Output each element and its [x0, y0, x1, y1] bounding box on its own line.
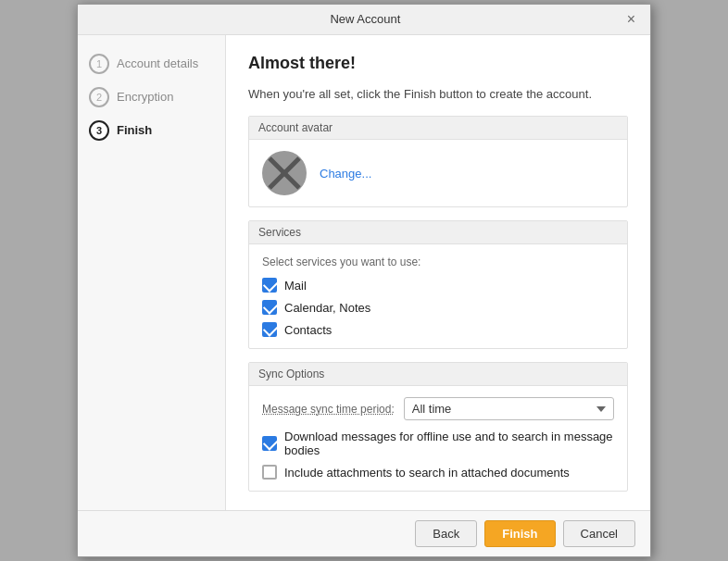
- sidebar-label-account-details: Account details: [117, 56, 198, 70]
- service-calendar-checkbox[interactable]: [262, 300, 277, 315]
- service-contacts-row: Contacts: [262, 322, 614, 337]
- avatar-icon-svg: [266, 155, 303, 192]
- download-messages-checkbox[interactable]: [262, 436, 277, 451]
- service-mail-checkbox[interactable]: [262, 278, 277, 293]
- services-section-body: Select services you want to use: Mail Ca…: [249, 244, 627, 348]
- download-messages-label: Download messages for offline use and to…: [284, 430, 614, 457]
- step-circle-1: 1: [89, 54, 109, 74]
- avatar: [262, 151, 307, 195]
- sidebar: 1 Account details 2 Encryption 3 Finish: [78, 35, 226, 510]
- service-calendar-row: Calendar, Notes: [262, 300, 614, 315]
- service-mail-row: Mail: [262, 278, 614, 293]
- main-content: Almost there! When you're all set, click…: [226, 35, 650, 510]
- avatar-section: Account avatar Change...: [248, 116, 628, 207]
- change-avatar-link[interactable]: Change...: [320, 167, 371, 181]
- cancel-button[interactable]: Cancel: [563, 520, 635, 547]
- main-subtitle: When you're all set, click the Finish bu…: [248, 86, 628, 103]
- sync-period-row: Message sync time period: All time 1 mon…: [262, 397, 614, 420]
- service-contacts-checkbox[interactable]: [262, 322, 277, 337]
- download-messages-row: Download messages for offline use and to…: [262, 430, 614, 457]
- back-button[interactable]: Back: [415, 520, 477, 547]
- sync-period-select[interactable]: All time 1 month 3 months 6 months 1 yea…: [404, 397, 614, 420]
- sidebar-item-encryption: 2 Encryption: [89, 87, 214, 107]
- service-contacts-label: Contacts: [284, 323, 332, 337]
- close-button[interactable]: ×: [623, 12, 639, 27]
- services-subtitle: Select services you want to use:: [262, 256, 614, 268]
- service-mail-label: Mail: [284, 279, 307, 293]
- include-attachments-row: Include attachments to search in attache…: [262, 465, 614, 480]
- step-circle-2: 2: [89, 87, 109, 107]
- sidebar-label-encryption: Encryption: [117, 90, 173, 104]
- service-calendar-label: Calendar, Notes: [284, 301, 370, 315]
- step-circle-3: 3: [89, 120, 109, 141]
- services-section: Services Select services you want to use…: [248, 220, 628, 349]
- sync-section: Sync Options Message sync time period: A…: [248, 362, 628, 492]
- sync-section-header: Sync Options: [249, 363, 627, 386]
- sidebar-item-finish: 3 Finish: [89, 120, 214, 141]
- include-attachments-label: Include attachments to search in attache…: [284, 466, 570, 480]
- avatar-row: Change...: [262, 151, 614, 195]
- include-attachments-checkbox[interactable]: [262, 465, 277, 480]
- new-account-dialog: New Account × 1 Account details 2 Encryp…: [77, 4, 651, 557]
- sidebar-item-account-details: 1 Account details: [89, 54, 214, 74]
- dialog-body: 1 Account details 2 Encryption 3 Finish …: [78, 35, 650, 510]
- titlebar: New Account ×: [78, 5, 650, 35]
- sync-period-label: Message sync time period:: [262, 403, 395, 416]
- sidebar-label-finish: Finish: [117, 123, 152, 137]
- finish-button[interactable]: Finish: [484, 520, 555, 547]
- avatar-section-header: Account avatar: [249, 117, 627, 140]
- avatar-section-body: Change...: [249, 140, 627, 206]
- dialog-footer: Back Finish Cancel: [78, 510, 650, 556]
- main-title: Almost there!: [248, 54, 628, 73]
- dialog-title: New Account: [107, 12, 623, 26]
- services-section-header: Services: [249, 221, 627, 244]
- sync-section-body: Message sync time period: All time 1 mon…: [249, 386, 627, 491]
